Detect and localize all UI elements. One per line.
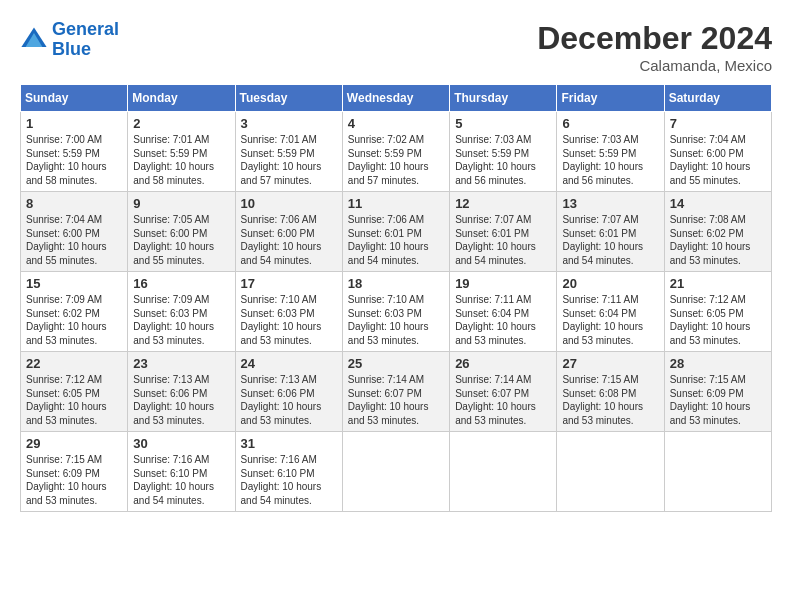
calendar-cell (342, 432, 449, 512)
day-info: Sunrise: 7:15 AMSunset: 6:08 PMDaylight:… (562, 373, 658, 427)
day-number: 15 (26, 276, 122, 291)
calendar-cell: 15Sunrise: 7:09 AMSunset: 6:02 PMDayligh… (21, 272, 128, 352)
week-row: 1Sunrise: 7:00 AMSunset: 5:59 PMDaylight… (21, 112, 772, 192)
weekday-header: Thursday (450, 85, 557, 112)
calendar-cell: 27Sunrise: 7:15 AMSunset: 6:08 PMDayligh… (557, 352, 664, 432)
day-info: Sunrise: 7:13 AMSunset: 6:06 PMDaylight:… (241, 373, 337, 427)
day-number: 14 (670, 196, 766, 211)
day-number: 20 (562, 276, 658, 291)
day-number: 30 (133, 436, 229, 451)
day-info: Sunrise: 7:15 AMSunset: 6:09 PMDaylight:… (26, 453, 122, 507)
subtitle: Calamanda, Mexico (537, 57, 772, 74)
day-number: 24 (241, 356, 337, 371)
calendar-cell: 20Sunrise: 7:11 AMSunset: 6:04 PMDayligh… (557, 272, 664, 352)
day-info: Sunrise: 7:11 AMSunset: 6:04 PMDaylight:… (455, 293, 551, 347)
day-number: 26 (455, 356, 551, 371)
day-info: Sunrise: 7:06 AMSunset: 6:00 PMDaylight:… (241, 213, 337, 267)
day-number: 5 (455, 116, 551, 131)
day-number: 7 (670, 116, 766, 131)
day-info: Sunrise: 7:01 AMSunset: 5:59 PMDaylight:… (241, 133, 337, 187)
calendar-cell: 17Sunrise: 7:10 AMSunset: 6:03 PMDayligh… (235, 272, 342, 352)
day-info: Sunrise: 7:04 AMSunset: 6:00 PMDaylight:… (26, 213, 122, 267)
title-area: December 2024 Calamanda, Mexico (537, 20, 772, 74)
day-number: 29 (26, 436, 122, 451)
calendar-cell: 11Sunrise: 7:06 AMSunset: 6:01 PMDayligh… (342, 192, 449, 272)
day-number: 25 (348, 356, 444, 371)
day-info: Sunrise: 7:08 AMSunset: 6:02 PMDaylight:… (670, 213, 766, 267)
day-number: 1 (26, 116, 122, 131)
week-row: 8Sunrise: 7:04 AMSunset: 6:00 PMDaylight… (21, 192, 772, 272)
calendar-cell: 30Sunrise: 7:16 AMSunset: 6:10 PMDayligh… (128, 432, 235, 512)
day-number: 10 (241, 196, 337, 211)
calendar-cell: 16Sunrise: 7:09 AMSunset: 6:03 PMDayligh… (128, 272, 235, 352)
day-info: Sunrise: 7:02 AMSunset: 5:59 PMDaylight:… (348, 133, 444, 187)
calendar-cell: 14Sunrise: 7:08 AMSunset: 6:02 PMDayligh… (664, 192, 771, 272)
weekday-header: Tuesday (235, 85, 342, 112)
day-info: Sunrise: 7:00 AMSunset: 5:59 PMDaylight:… (26, 133, 122, 187)
calendar-cell: 29Sunrise: 7:15 AMSunset: 6:09 PMDayligh… (21, 432, 128, 512)
calendar-cell (450, 432, 557, 512)
calendar-cell: 18Sunrise: 7:10 AMSunset: 6:03 PMDayligh… (342, 272, 449, 352)
calendar-cell: 21Sunrise: 7:12 AMSunset: 6:05 PMDayligh… (664, 272, 771, 352)
day-info: Sunrise: 7:09 AMSunset: 6:02 PMDaylight:… (26, 293, 122, 347)
day-info: Sunrise: 7:10 AMSunset: 6:03 PMDaylight:… (348, 293, 444, 347)
calendar-cell: 26Sunrise: 7:14 AMSunset: 6:07 PMDayligh… (450, 352, 557, 432)
day-info: Sunrise: 7:03 AMSunset: 5:59 PMDaylight:… (562, 133, 658, 187)
header: General Blue December 2024 Calamanda, Me… (20, 20, 772, 74)
day-info: Sunrise: 7:15 AMSunset: 6:09 PMDaylight:… (670, 373, 766, 427)
day-number: 9 (133, 196, 229, 211)
main-title: December 2024 (537, 20, 772, 57)
calendar-cell: 25Sunrise: 7:14 AMSunset: 6:07 PMDayligh… (342, 352, 449, 432)
weekday-header: Wednesday (342, 85, 449, 112)
day-number: 6 (562, 116, 658, 131)
day-info: Sunrise: 7:07 AMSunset: 6:01 PMDaylight:… (455, 213, 551, 267)
day-number: 2 (133, 116, 229, 131)
calendar-cell: 24Sunrise: 7:13 AMSunset: 6:06 PMDayligh… (235, 352, 342, 432)
day-number: 16 (133, 276, 229, 291)
day-info: Sunrise: 7:12 AMSunset: 6:05 PMDaylight:… (670, 293, 766, 347)
weekday-header-row: SundayMondayTuesdayWednesdayThursdayFrid… (21, 85, 772, 112)
day-info: Sunrise: 7:06 AMSunset: 6:01 PMDaylight:… (348, 213, 444, 267)
day-number: 11 (348, 196, 444, 211)
day-number: 4 (348, 116, 444, 131)
day-number: 12 (455, 196, 551, 211)
weekday-header: Friday (557, 85, 664, 112)
day-info: Sunrise: 7:10 AMSunset: 6:03 PMDaylight:… (241, 293, 337, 347)
calendar-cell: 10Sunrise: 7:06 AMSunset: 6:00 PMDayligh… (235, 192, 342, 272)
day-info: Sunrise: 7:12 AMSunset: 6:05 PMDaylight:… (26, 373, 122, 427)
day-number: 3 (241, 116, 337, 131)
day-number: 17 (241, 276, 337, 291)
calendar-cell (664, 432, 771, 512)
logo: General Blue (20, 20, 119, 60)
calendar-cell: 12Sunrise: 7:07 AMSunset: 6:01 PMDayligh… (450, 192, 557, 272)
day-info: Sunrise: 7:07 AMSunset: 6:01 PMDaylight:… (562, 213, 658, 267)
calendar-cell: 2Sunrise: 7:01 AMSunset: 5:59 PMDaylight… (128, 112, 235, 192)
day-info: Sunrise: 7:11 AMSunset: 6:04 PMDaylight:… (562, 293, 658, 347)
day-info: Sunrise: 7:03 AMSunset: 5:59 PMDaylight:… (455, 133, 551, 187)
day-info: Sunrise: 7:04 AMSunset: 6:00 PMDaylight:… (670, 133, 766, 187)
logo-general: General (52, 19, 119, 39)
weekday-header: Monday (128, 85, 235, 112)
day-number: 18 (348, 276, 444, 291)
day-info: Sunrise: 7:01 AMSunset: 5:59 PMDaylight:… (133, 133, 229, 187)
logo-icon (20, 26, 48, 54)
calendar-cell: 5Sunrise: 7:03 AMSunset: 5:59 PMDaylight… (450, 112, 557, 192)
calendar-cell: 6Sunrise: 7:03 AMSunset: 5:59 PMDaylight… (557, 112, 664, 192)
day-number: 22 (26, 356, 122, 371)
day-info: Sunrise: 7:16 AMSunset: 6:10 PMDaylight:… (133, 453, 229, 507)
day-info: Sunrise: 7:09 AMSunset: 6:03 PMDaylight:… (133, 293, 229, 347)
calendar-cell: 31Sunrise: 7:16 AMSunset: 6:10 PMDayligh… (235, 432, 342, 512)
calendar-cell: 28Sunrise: 7:15 AMSunset: 6:09 PMDayligh… (664, 352, 771, 432)
day-number: 21 (670, 276, 766, 291)
calendar-cell: 9Sunrise: 7:05 AMSunset: 6:00 PMDaylight… (128, 192, 235, 272)
day-number: 23 (133, 356, 229, 371)
week-row: 22Sunrise: 7:12 AMSunset: 6:05 PMDayligh… (21, 352, 772, 432)
week-row: 15Sunrise: 7:09 AMSunset: 6:02 PMDayligh… (21, 272, 772, 352)
calendar-cell: 13Sunrise: 7:07 AMSunset: 6:01 PMDayligh… (557, 192, 664, 272)
day-info: Sunrise: 7:05 AMSunset: 6:00 PMDaylight:… (133, 213, 229, 267)
day-info: Sunrise: 7:14 AMSunset: 6:07 PMDaylight:… (455, 373, 551, 427)
week-row: 29Sunrise: 7:15 AMSunset: 6:09 PMDayligh… (21, 432, 772, 512)
day-info: Sunrise: 7:16 AMSunset: 6:10 PMDaylight:… (241, 453, 337, 507)
calendar-cell: 23Sunrise: 7:13 AMSunset: 6:06 PMDayligh… (128, 352, 235, 432)
day-number: 13 (562, 196, 658, 211)
